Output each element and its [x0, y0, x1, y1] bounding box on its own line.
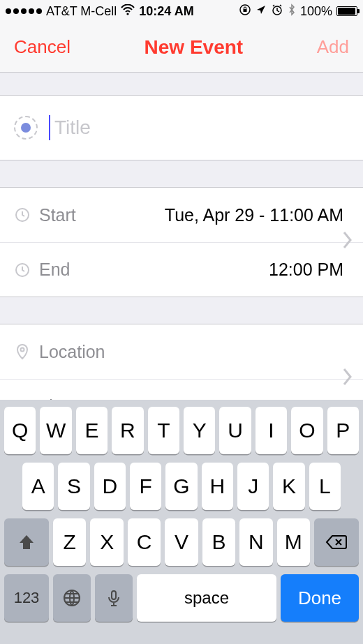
backspace-key[interactable] — [314, 518, 359, 566]
end-value: 12:00 PM — [130, 260, 349, 280]
key-p[interactable]: P — [327, 407, 359, 454]
key-a[interactable]: A — [22, 463, 54, 510]
start-value: Tue, Apr 29 - 11:00 AM — [130, 205, 349, 225]
svg-rect-2 — [243, 9, 246, 12]
key-t[interactable]: T — [148, 407, 179, 454]
location-arrow-icon — [255, 4, 267, 19]
signal-dots-icon — [6, 8, 42, 14]
nav-bar: Cancel New Event Add — [0, 22, 363, 73]
location-row[interactable]: Location — [0, 324, 363, 379]
key-q[interactable]: Q — [4, 407, 36, 454]
key-f[interactable]: F — [130, 463, 161, 510]
done-key[interactable]: Done — [281, 574, 359, 622]
key-h[interactable]: H — [202, 463, 233, 510]
status-right: 100% — [239, 3, 357, 20]
bluetooth-icon — [288, 3, 296, 20]
end-row[interactable]: End 12:00 PM — [0, 242, 363, 297]
title-input[interactable] — [49, 115, 349, 140]
key-i[interactable]: I — [255, 407, 287, 454]
key-v[interactable]: V — [165, 518, 198, 566]
alarm-icon — [271, 3, 283, 20]
keyboard: QWERTYUIOP ASDFGHJKL ZXCVBNM 123 space D… — [0, 400, 363, 644]
date-section: Start Tue, Apr 29 - 11:00 AM End 12:00 P… — [0, 187, 363, 297]
key-d[interactable]: D — [94, 463, 126, 510]
key-c[interactable]: C — [128, 518, 161, 566]
wifi-icon — [121, 4, 135, 19]
status-left: AT&T M-Cell 10:24 AM — [6, 4, 194, 19]
kb-row-2: ASDFGHJKL — [4, 463, 359, 510]
key-j[interactable]: J — [237, 463, 269, 510]
cancel-button[interactable]: Cancel — [14, 36, 71, 58]
chevron-right-icon — [342, 367, 353, 391]
status-time: 10:24 AM — [139, 4, 193, 19]
start-row[interactable]: Start Tue, Apr 29 - 11:00 AM — [0, 188, 363, 242]
key-b[interactable]: B — [202, 518, 235, 566]
calendar-color-icon[interactable] — [14, 116, 38, 140]
key-k[interactable]: K — [273, 463, 304, 510]
key-m[interactable]: M — [277, 518, 310, 566]
kb-row-1: QWERTYUIOP — [4, 407, 359, 454]
battery-percent: 100% — [300, 4, 332, 19]
key-w[interactable]: W — [40, 407, 71, 454]
kb-row-4: 123 space Done — [4, 574, 359, 622]
key-z[interactable]: Z — [53, 518, 86, 566]
key-r[interactable]: R — [112, 407, 143, 454]
clock-icon — [14, 262, 39, 278]
pin-icon — [14, 343, 39, 360]
key-n[interactable]: N — [239, 518, 272, 566]
status-bar: AT&T M-Cell 10:24 AM 100% — [0, 0, 363, 22]
add-button[interactable]: Add — [317, 36, 349, 58]
key-y[interactable]: Y — [184, 407, 215, 454]
globe-key[interactable] — [53, 574, 91, 622]
key-u[interactable]: U — [219, 407, 251, 454]
title-row[interactable] — [0, 96, 363, 160]
key-e[interactable]: E — [76, 407, 108, 454]
svg-point-0 — [127, 13, 129, 15]
chevron-right-icon — [342, 230, 353, 254]
shift-key[interactable] — [4, 518, 49, 566]
battery-icon — [336, 6, 357, 16]
key-s[interactable]: S — [58, 463, 89, 510]
space-key[interactable]: space — [137, 574, 276, 622]
svg-point-6 — [21, 348, 24, 352]
numbers-key[interactable]: 123 — [4, 574, 49, 622]
svg-rect-9 — [112, 591, 116, 599]
orientation-lock-icon — [239, 3, 251, 20]
carrier-label: AT&T M-Cell — [46, 4, 117, 19]
key-x[interactable]: X — [90, 518, 123, 566]
kb-row-3: ZXCVBNM — [4, 518, 359, 566]
title-section — [0, 95, 363, 160]
key-o[interactable]: O — [291, 407, 323, 454]
location-label: Location — [39, 342, 105, 362]
key-l[interactable]: L — [309, 463, 341, 510]
page-title: New Event — [145, 36, 244, 59]
end-label: End — [39, 260, 130, 280]
dictation-key[interactable] — [95, 574, 133, 622]
clock-icon — [14, 207, 39, 223]
key-g[interactable]: G — [165, 463, 197, 510]
start-label: Start — [39, 205, 130, 225]
